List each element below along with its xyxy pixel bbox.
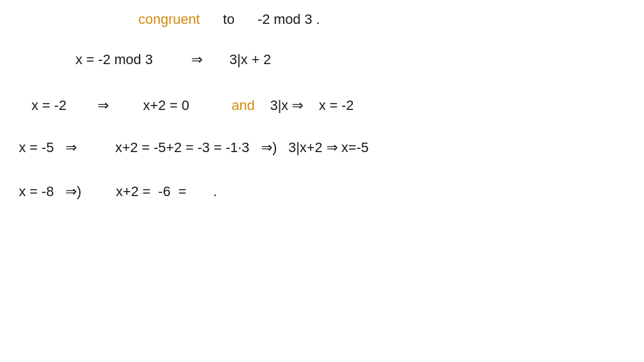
expr-3-divides-x: 3|x ⇒ x = -2 [258, 97, 353, 113]
line-1: congruent to -2 mod 3 . [138, 11, 320, 28]
expr-mod3: -2 mod 3 . [258, 11, 320, 27]
implies-2: ⇒ [70, 97, 140, 113]
expr-xp2-chain: x+2 = -5+2 = -3 = -1·3 [115, 140, 249, 155]
expr-x-neg5: x = -5 [19, 140, 54, 155]
expr-xp2-eq0: x+2 = 0 [143, 97, 189, 113]
expr-x-eq-neg2-mod3: x = -2 mod 3 [75, 52, 153, 67]
expr-xp2-neg6: x+2 = -6 = . [116, 184, 217, 199]
expr-x-neg8: x = -8 [19, 184, 54, 199]
line-2: x = -2 mod 3 ⇒ 3|x + 2 [75, 52, 271, 68]
expr-3-divides-xp2: 3|x + 2 [230, 52, 271, 67]
implies-4: ⇒) [253, 140, 285, 155]
line-4: x = -5 ⇒ x+2 = -5+2 = -3 = -1·3 ⇒) 3|x+2… [19, 140, 369, 156]
implies-1: ⇒ [157, 52, 226, 67]
implies-5: ⇒) [58, 184, 112, 199]
word-and: and [231, 97, 255, 113]
spacer-1 [193, 97, 228, 113]
implies-3: ⇒ [58, 140, 111, 155]
expr-x-neg2: x = -2 [31, 97, 67, 113]
word-congruent: congruent [138, 11, 200, 27]
expr-3-divides-xp2-b: 3|x+2 ⇒ x=-5 [289, 140, 369, 155]
math-canvas: congruent to -2 mod 3 . x = -2 mod 3 ⇒ 3… [0, 0, 644, 362]
word-to: to [204, 11, 253, 27]
line-5: x = -8 ⇒) x+2 = -6 = . [19, 184, 217, 200]
line-3: x = -2 ⇒ x+2 = 0 and 3|x ⇒ x = -2 [31, 97, 354, 114]
